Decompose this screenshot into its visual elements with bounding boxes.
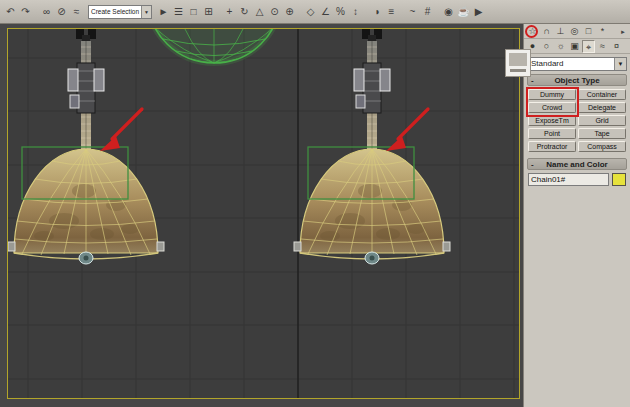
- select-and-move-icon[interactable]: +: [222, 4, 237, 20]
- schematic-view-icon[interactable]: #: [420, 4, 435, 20]
- tooltip-thumbnail-image: [509, 53, 527, 66]
- tooltip-thumbnail-caption: [510, 69, 526, 72]
- spinner-snap-icon[interactable]: ↕: [348, 4, 363, 20]
- perspective-viewport[interactable]: [7, 28, 520, 399]
- use-center-icon[interactable]: ⊙: [267, 4, 282, 20]
- hierarchy-tab[interactable]: ⊥: [554, 25, 567, 38]
- space-warps-category-icon[interactable]: ≈: [596, 40, 609, 53]
- object-type-button-dummy[interactable]: Dummy: [528, 89, 576, 100]
- object-type-button-container[interactable]: Container: [578, 89, 626, 100]
- annotation-circle: [525, 25, 538, 38]
- tooltip-thumbnail: [505, 49, 531, 77]
- collapse-icon: -: [531, 159, 534, 170]
- object-color-swatch[interactable]: [612, 173, 626, 186]
- mirror-icon[interactable]: ◑: [369, 4, 384, 20]
- name-and-color-rollout-header[interactable]: - Name and Color: [527, 158, 627, 170]
- curve-editor-icon[interactable]: ~: [405, 4, 420, 20]
- dropdown-arrow-icon: ▼: [614, 58, 626, 70]
- lamp-object-left[interactable]: [8, 29, 164, 264]
- percent-snap-icon[interactable]: %: [333, 4, 348, 20]
- object-type-button-protractor[interactable]: Protractor: [528, 141, 576, 152]
- select-and-link-icon[interactable]: ∞: [39, 4, 54, 20]
- object-type-rollout-header[interactable]: - Object Type: [527, 74, 627, 86]
- helper-type-dropdown[interactable]: Standard ▼: [527, 57, 627, 71]
- annotation-arrow-right: [386, 109, 428, 151]
- modify-tab[interactable]: ∩: [540, 25, 553, 38]
- object-type-button-compass[interactable]: Compass: [578, 141, 626, 152]
- helper-type-dropdown-value: Standard: [531, 59, 563, 68]
- panel-config-icon[interactable]: ►: [618, 29, 628, 35]
- select-object-icon[interactable]: ►: [156, 4, 171, 20]
- panel-tabs: ☆ ∩ ⊥ ◎ □ * ►: [524, 24, 630, 39]
- dropdown-arrow-icon[interactable]: ▼: [141, 6, 151, 18]
- bind-to-space-warp-icon[interactable]: ≈: [69, 4, 84, 20]
- panel-categories: ● ○ ☼ ▣ ⌖ ≈ ¤: [524, 39, 630, 54]
- named-selection-set-dropdown[interactable]: Create Selection Set ▼: [88, 5, 152, 19]
- unlink-selection-icon[interactable]: ⊘: [54, 4, 69, 20]
- helpers-category-icon[interactable]: ⌖: [582, 40, 595, 53]
- object-type-button-tape[interactable]: Tape: [578, 128, 626, 139]
- motion-tab[interactable]: ◎: [568, 25, 581, 38]
- align-icon[interactable]: ≡: [384, 4, 399, 20]
- object-type-button-grid[interactable]: Grid: [578, 115, 626, 126]
- select-by-name-icon[interactable]: ☰: [171, 4, 186, 20]
- lights-category-icon[interactable]: ☼: [554, 40, 567, 53]
- object-type-button-point[interactable]: Point: [528, 128, 576, 139]
- select-and-manipulate-icon[interactable]: ⊕: [282, 4, 297, 20]
- undo-icon[interactable]: ↶: [3, 4, 18, 20]
- angle-snap-icon[interactable]: ∠: [318, 4, 333, 20]
- command-panel: ☆ ∩ ⊥ ◎ □ * ► ● ○ ☼ ▣ ⌖ ≈ ¤ Standard ▼ -…: [523, 24, 630, 407]
- shapes-category-icon[interactable]: ○: [540, 40, 553, 53]
- utilities-tab[interactable]: *: [596, 25, 609, 38]
- select-and-scale-icon[interactable]: △: [252, 4, 267, 20]
- 3ds-max-window: ↶ ↷ ∞ ⊘ ≈ Create Selection Set ▼ ► ☰ □ ⊞…: [0, 0, 630, 407]
- select-and-rotate-icon[interactable]: ↻: [237, 4, 252, 20]
- rectangular-selection-icon[interactable]: □: [186, 4, 201, 20]
- object-type-rollout-title: Object Type: [554, 76, 599, 85]
- object-type-button-crowd[interactable]: Crowd: [528, 102, 576, 113]
- object-type-button-delegate[interactable]: Delegate: [578, 102, 626, 113]
- lamp-object-right[interactable]: [294, 29, 450, 264]
- name-and-color-row: [524, 170, 630, 189]
- object-name-field[interactable]: [528, 173, 609, 186]
- name-and-color-rollout-title: Name and Color: [546, 160, 607, 169]
- main-toolbar: ↶ ↷ ∞ ⊘ ≈ Create Selection Set ▼ ► ☰ □ ⊞…: [0, 0, 630, 24]
- render-setup-icon[interactable]: ☕: [456, 4, 471, 20]
- systems-category-icon[interactable]: ¤: [610, 40, 623, 53]
- viewport-canvas: [8, 29, 520, 399]
- collapse-icon: -: [531, 75, 534, 86]
- redo-icon[interactable]: ↷: [18, 4, 33, 20]
- object-type-button-exposetm[interactable]: ExposeTm: [528, 115, 576, 126]
- object-type-buttons: Dummy Container Crowd Delegate ExposeTm …: [524, 86, 630, 155]
- material-editor-icon[interactable]: ◉: [441, 4, 456, 20]
- viewport-area: [0, 24, 523, 407]
- snaps-toggle-icon[interactable]: ◇: [303, 4, 318, 20]
- render-production-icon[interactable]: ▶: [471, 4, 486, 20]
- window-crossing-icon[interactable]: ⊞: [201, 4, 216, 20]
- display-tab[interactable]: □: [582, 25, 595, 38]
- cameras-category-icon[interactable]: ▣: [568, 40, 581, 53]
